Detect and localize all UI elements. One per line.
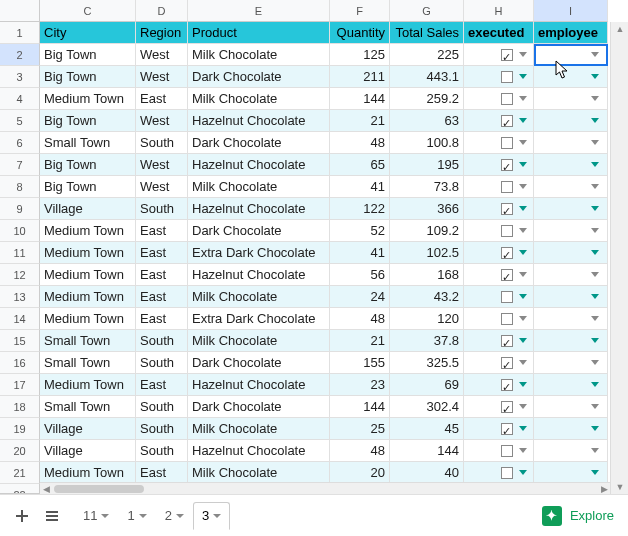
cell-product[interactable]: Milk Chocolate [188, 286, 330, 308]
select-all-corner[interactable] [0, 0, 40, 22]
chevron-down-icon[interactable] [176, 514, 184, 518]
cell-city[interactable]: Medium Town [40, 374, 136, 396]
checkbox-icon[interactable] [501, 159, 513, 171]
row-header-16[interactable]: 16 [0, 352, 40, 374]
cell-product[interactable]: Milk Chocolate [188, 88, 330, 110]
header-cell-G[interactable]: Total Sales [390, 22, 464, 44]
dropdown-icon[interactable] [519, 206, 527, 211]
column-header-D[interactable]: D [136, 0, 188, 22]
sheet-tab-1[interactable]: 1 [118, 502, 155, 530]
cell-quantity[interactable]: 20 [330, 462, 390, 484]
dropdown-icon[interactable] [519, 360, 527, 365]
cell-city[interactable]: Small Town [40, 396, 136, 418]
cell-employee[interactable] [534, 220, 608, 242]
cell-employee[interactable] [534, 374, 608, 396]
cell-employee[interactable] [534, 396, 608, 418]
row-header-15[interactable]: 15 [0, 330, 40, 352]
dropdown-icon[interactable] [591, 162, 599, 167]
cell-product[interactable]: Hazelnut Chocolate [188, 264, 330, 286]
checkbox-icon[interactable] [501, 335, 513, 347]
cell-city[interactable]: Big Town [40, 176, 136, 198]
cell-region[interactable]: West [136, 44, 188, 66]
vertical-scrollbar[interactable]: ▲ ▼ [610, 22, 628, 494]
cell-region[interactable]: South [136, 396, 188, 418]
dropdown-icon[interactable] [591, 404, 599, 409]
cell-quantity[interactable]: 144 [330, 88, 390, 110]
cell-city[interactable]: Village [40, 418, 136, 440]
cell-region[interactable]: East [136, 264, 188, 286]
cell-city[interactable]: Village [40, 440, 136, 462]
cell-quantity[interactable]: 21 [330, 110, 390, 132]
cell-city[interactable]: Medium Town [40, 264, 136, 286]
cell-product[interactable]: Dark Chocolate [188, 352, 330, 374]
add-sheet-button[interactable] [8, 502, 36, 530]
cell-region[interactable]: West [136, 154, 188, 176]
checkbox-icon[interactable] [501, 423, 513, 435]
header-cell-E[interactable]: Product [188, 22, 330, 44]
cell-product[interactable]: Milk Chocolate [188, 418, 330, 440]
dropdown-icon[interactable] [591, 316, 599, 321]
column-header-F[interactable]: F [330, 0, 390, 22]
dropdown-icon[interactable] [591, 228, 599, 233]
checkbox-icon[interactable] [501, 181, 513, 193]
cell-total-sales[interactable]: 225 [390, 44, 464, 66]
cell-city[interactable]: Village [40, 198, 136, 220]
dropdown-icon[interactable] [519, 316, 527, 321]
cell-employee[interactable] [534, 264, 608, 286]
column-header-E[interactable]: E [188, 0, 330, 22]
checkbox-icon[interactable] [501, 313, 513, 325]
dropdown-icon[interactable] [591, 118, 599, 123]
row-header-4[interactable]: 4 [0, 88, 40, 110]
cell-employee[interactable] [534, 44, 608, 66]
dropdown-icon[interactable] [519, 250, 527, 255]
cell-region[interactable]: South [136, 440, 188, 462]
cell-product[interactable]: Hazelnut Chocolate [188, 154, 330, 176]
all-sheets-button[interactable] [38, 502, 66, 530]
row-header-11[interactable]: 11 [0, 242, 40, 264]
cell-quantity[interactable]: 21 [330, 330, 390, 352]
dropdown-icon[interactable] [591, 206, 599, 211]
cell-region[interactable]: East [136, 286, 188, 308]
cell-executed[interactable] [464, 462, 534, 484]
cell-quantity[interactable]: 125 [330, 44, 390, 66]
cell-region[interactable]: East [136, 462, 188, 484]
cell-total-sales[interactable]: 325.5 [390, 352, 464, 374]
cell-product[interactable]: Hazelnut Chocolate [188, 198, 330, 220]
chevron-down-icon[interactable] [101, 514, 109, 518]
checkbox-icon[interactable] [501, 247, 513, 259]
cell-total-sales[interactable]: 259.2 [390, 88, 464, 110]
dropdown-icon[interactable] [591, 272, 599, 277]
cell-region[interactable]: East [136, 220, 188, 242]
cell-quantity[interactable]: 52 [330, 220, 390, 242]
row-header-19[interactable]: 19 [0, 418, 40, 440]
dropdown-icon[interactable] [519, 470, 527, 475]
cell-product[interactable]: Milk Chocolate [188, 330, 330, 352]
cell-employee[interactable] [534, 198, 608, 220]
cell-total-sales[interactable]: 109.2 [390, 220, 464, 242]
spreadsheet-grid[interactable]: CDEFGHI1CityRegionProductQuantityTotal S… [0, 0, 628, 494]
cell-quantity[interactable]: 25 [330, 418, 390, 440]
checkbox-icon[interactable] [501, 225, 513, 237]
cell-city[interactable]: Medium Town [40, 286, 136, 308]
dropdown-icon[interactable] [519, 382, 527, 387]
column-header-G[interactable]: G [390, 0, 464, 22]
cell-employee[interactable] [534, 66, 608, 88]
cell-city[interactable]: Small Town [40, 352, 136, 374]
cell-product[interactable]: Dark Chocolate [188, 66, 330, 88]
dropdown-icon[interactable] [519, 272, 527, 277]
cell-employee[interactable] [534, 88, 608, 110]
cell-total-sales[interactable]: 144 [390, 440, 464, 462]
cell-executed[interactable] [464, 330, 534, 352]
dropdown-icon[interactable] [519, 140, 527, 145]
checkbox-icon[interactable] [501, 137, 513, 149]
cell-product[interactable]: Extra Dark Chocolate [188, 308, 330, 330]
cell-executed[interactable] [464, 220, 534, 242]
dropdown-icon[interactable] [591, 470, 599, 475]
checkbox-icon[interactable] [501, 401, 513, 413]
cell-product[interactable]: Dark Chocolate [188, 132, 330, 154]
row-header-8[interactable]: 8 [0, 176, 40, 198]
cell-product[interactable]: Extra Dark Chocolate [188, 242, 330, 264]
row-header-7[interactable]: 7 [0, 154, 40, 176]
cell-total-sales[interactable]: 69 [390, 374, 464, 396]
explore-button[interactable]: ✦ Explore [542, 506, 614, 526]
